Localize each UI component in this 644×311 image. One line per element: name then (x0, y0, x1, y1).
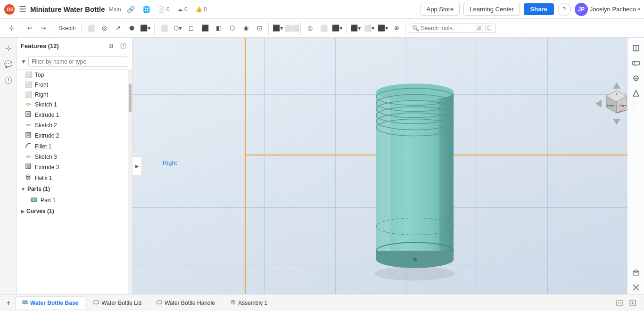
shape-8[interactable]: ⊡ (253, 22, 266, 35)
history-icon[interactable]: 🕐 (2, 74, 15, 87)
shape-6[interactable]: ⬡ (226, 22, 239, 35)
tool-1[interactable]: ⬜ (84, 22, 98, 35)
side-bottom-icon-2 (632, 284, 640, 291)
search-tools: 🔍 alt C (409, 24, 496, 33)
panel-expand-icon[interactable]: ⊞ (106, 41, 116, 51)
undo-button[interactable]: ↩ (23, 22, 36, 35)
bottle-shadow (375, 267, 455, 281)
viewport[interactable]: Right ▶ (132, 38, 644, 294)
hamburger-menu[interactable]: ☰ (19, 4, 26, 15)
toolbar-group-history: ↩ ↪ (21, 22, 52, 35)
comment-icon[interactable]: 💬 (2, 57, 15, 71)
sketch-tool[interactable]: Sketch (55, 24, 79, 33)
filter-row: ▼ (17, 54, 132, 70)
feature-front[interactable]: ⬜ Front (17, 80, 128, 90)
tab-label-lid: Water Bottle Lid (101, 300, 141, 306)
bottom-icon-1[interactable] (614, 297, 625, 309)
feature-sketch3[interactable]: ✏ Sketch 3 (17, 152, 128, 162)
help-button[interactable]: ? (558, 3, 571, 16)
sketch-icon: ✏ (25, 101, 32, 108)
tab-icon-handle (157, 299, 162, 306)
side-toolbar (627, 38, 644, 294)
center-dot (413, 258, 417, 262)
cube-right-label: Right (619, 104, 626, 107)
bottom-icon-2[interactable] (627, 297, 638, 309)
side-bottom-2[interactable] (629, 281, 643, 294)
tool-4[interactable]: ⬟ (125, 22, 139, 35)
scrollbar-track[interactable] (128, 70, 132, 294)
tool-2[interactable]: ◎ (98, 22, 111, 35)
more-3[interactable]: ⬛▾ (377, 22, 390, 35)
feature-fillet1[interactable]: Fillet 1 (17, 141, 128, 152)
view-2[interactable]: ⬜ (317, 22, 330, 35)
expand-panel-button[interactable]: ▶ (132, 156, 142, 175)
feature-right[interactable]: ⬜ Right (17, 90, 128, 99)
user-avatar[interactable]: JP Jocelyn Pacheco ▾ (575, 3, 640, 16)
feature-sketch2[interactable]: ✏ Sketch 2 (17, 120, 128, 130)
curves-chevron: ▶ (21, 209, 25, 214)
more-4[interactable]: ⊕ (390, 22, 404, 35)
feature-extrude3[interactable]: Extrude 3 (17, 162, 128, 172)
share-button[interactable]: Share (524, 3, 554, 15)
plane-icon: ⬜ (25, 91, 32, 98)
app-store-button[interactable]: App Store (421, 3, 460, 16)
curves-section-header[interactable]: ▶ Curves (1) (17, 205, 128, 217)
shape-3[interactable]: ◻ (185, 22, 198, 35)
filter-icon: ▼ (21, 58, 26, 65)
view-1[interactable]: ◎ (304, 22, 317, 35)
view-3[interactable]: ⬛▾ (331, 22, 344, 35)
shape-4[interactable]: ⬛ (198, 22, 212, 35)
feature-sketch1[interactable]: ✏ Sketch 1 (17, 99, 128, 109)
grid-line (264, 38, 265, 294)
shape-5[interactable]: ◧ (212, 22, 225, 35)
logo[interactable]: OS (4, 4, 15, 15)
modify-1[interactable]: ⬛▾ (272, 22, 285, 35)
scrollbar-thumb[interactable] (129, 84, 132, 112)
nav-arrow-down (613, 119, 620, 125)
side-tool-1[interactable] (629, 41, 643, 55)
filter-input[interactable] (28, 57, 128, 67)
tab-label-handle: Water Bottle Handle (165, 300, 215, 306)
select-tool[interactable]: ⊹ (5, 22, 18, 35)
feature-top[interactable]: ⬜ Top (17, 70, 128, 80)
side-tool-2[interactable] (629, 57, 643, 70)
globe-icon[interactable]: 🌐 (140, 5, 152, 14)
tool-3[interactable]: ↗ (112, 22, 125, 35)
main-area: ⊹ 💬 🕐 Features (12) ⊞ 🕐 ▼ (0, 38, 644, 294)
feature-extrude2[interactable]: Extrude 2 (17, 130, 128, 141)
side-bottom-1[interactable] (629, 266, 643, 279)
side-tool-4[interactable] (629, 87, 643, 100)
feature-extrude1[interactable]: Extrude 1 (17, 109, 128, 120)
shape-7[interactable]: ◉ (239, 22, 253, 35)
tool-5[interactable]: ⬛▾ (139, 22, 152, 35)
svg-rect-5 (27, 133, 30, 136)
more-2[interactable]: ⬜▾ (363, 22, 376, 35)
svg-rect-7 (27, 165, 30, 168)
feature-helix1[interactable]: Helix 1 (17, 172, 128, 183)
doc-counter-icon: 📄 0 (156, 5, 172, 14)
side-tool-3[interactable] (629, 72, 643, 85)
add-tab-button[interactable]: + (2, 296, 15, 310)
tab-water-bottle-lid[interactable]: Water Bottle Lid (86, 296, 149, 309)
redo-button[interactable]: ↪ (37, 22, 50, 35)
panel-header: Features (12) ⊞ 🕐 (17, 38, 132, 54)
search-input[interactable] (421, 25, 473, 32)
panel-history-icon[interactable]: 🕐 (118, 41, 128, 51)
grid-line (335, 38, 336, 294)
more-1[interactable]: ⬛▾ (349, 22, 363, 35)
modify-2[interactable]: ⬜⬜ (285, 22, 298, 35)
tab-icon-lid (93, 299, 99, 306)
learning-center-button[interactable]: Learning Center (463, 3, 520, 16)
shape-1[interactable]: ⬜ (157, 22, 171, 35)
shape-2[interactable]: ⬡▾ (171, 22, 184, 35)
doc-branch: Main (109, 6, 121, 13)
feature-part1[interactable]: Part 1 (17, 195, 128, 205)
tab-water-bottle-handle[interactable]: Water Bottle Handle (149, 296, 222, 309)
link-icon[interactable]: 🔗 (125, 5, 137, 14)
select-mode-icon[interactable]: ⊹ (2, 41, 15, 55)
tab-assembly-1[interactable]: Assembly 1 (223, 296, 274, 309)
tab-water-bottle-base[interactable]: Water Bottle Base (15, 296, 85, 309)
panel-title: Features (12) (21, 42, 59, 49)
parts-section-header[interactable]: ▼ Parts (1) (17, 183, 128, 195)
toolbar-group-modify: ⬛▾ ⬜⬜ (270, 22, 301, 35)
